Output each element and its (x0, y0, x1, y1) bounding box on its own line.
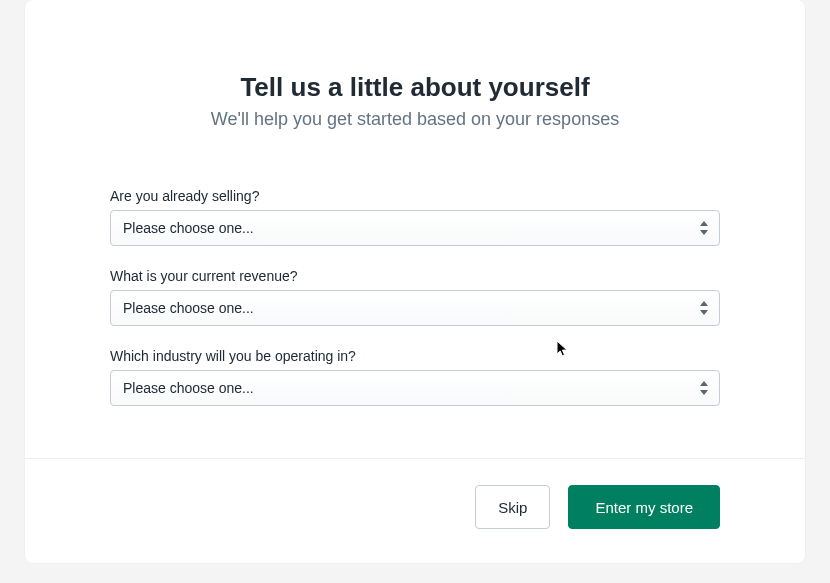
select-already-selling[interactable]: Please choose one... (110, 210, 720, 246)
onboarding-page: Tell us a little about yourself We'll he… (0, 0, 830, 583)
page-subtitle: We'll help you get started based on your… (65, 109, 765, 130)
footer: Skip Enter my store (25, 458, 805, 563)
field-current-revenue: What is your current revenue? Please cho… (110, 268, 720, 326)
form: Are you already selling? Please choose o… (25, 130, 805, 458)
select-sort-icon (699, 381, 709, 395)
select-value: Please choose one... (123, 300, 254, 316)
select-value: Please choose one... (123, 380, 254, 396)
label-current-revenue: What is your current revenue? (110, 268, 720, 284)
page-title: Tell us a little about yourself (65, 72, 765, 103)
skip-button[interactable]: Skip (475, 485, 550, 529)
label-already-selling: Are you already selling? (110, 188, 720, 204)
onboarding-card: Tell us a little about yourself We'll he… (25, 0, 805, 563)
field-industry: Which industry will you be operating in?… (110, 348, 720, 406)
select-industry[interactable]: Please choose one... (110, 370, 720, 406)
label-industry: Which industry will you be operating in? (110, 348, 720, 364)
select-current-revenue[interactable]: Please choose one... (110, 290, 720, 326)
select-sort-icon (699, 301, 709, 315)
enter-store-button[interactable]: Enter my store (568, 485, 720, 529)
select-value: Please choose one... (123, 220, 254, 236)
select-sort-icon (699, 221, 709, 235)
header: Tell us a little about yourself We'll he… (25, 72, 805, 130)
field-already-selling: Are you already selling? Please choose o… (110, 188, 720, 246)
